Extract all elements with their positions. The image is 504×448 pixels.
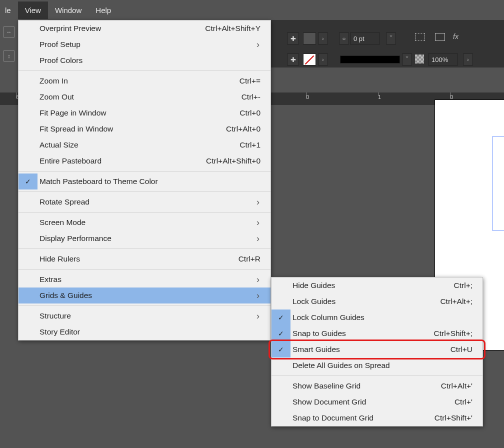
menu-item-proof-setup[interactable]: Proof Setup [18, 36, 270, 52]
selected-frame[interactable] [492, 136, 504, 231]
menu-item-overprint-preview[interactable]: Overprint PreviewCtrl+Alt+Shift+Y [18, 20, 270, 36]
menu-item-show-document-grid[interactable]: Show Document GridCtrl+' [272, 394, 482, 410]
menu-partial[interactable]: le [0, 2, 18, 19]
tool-icon-2[interactable]: ↕ [4, 50, 14, 62]
menu-item-rotate-spread[interactable]: Rotate Spread [18, 194, 270, 210]
menu-item-label: Hide Guides [290, 281, 335, 290]
menu-item-label: Proof Setup [38, 40, 80, 49]
menu-item-hide-rulers[interactable]: Hide RulersCtrl+R [18, 251, 270, 267]
menu-item-show-baseline-grid[interactable]: Show Baseline GridCtrl+Alt+' [272, 378, 482, 394]
menu-item-hide-guides[interactable]: Hide GuidesCtrl+; [272, 278, 482, 294]
ob-icon-a[interactable]: ✚ [287, 32, 299, 44]
check-icon [272, 358, 290, 374]
menu-separator [18, 192, 270, 192]
check-icon [272, 342, 290, 358]
check-icon [18, 121, 38, 137]
menu-item-lock-guides[interactable]: Lock GuidesCtrl+Alt+; [272, 294, 482, 310]
menu-item-shortcut: Ctrl+- [242, 92, 262, 102]
ob-black-chev[interactable] [402, 54, 412, 66]
menu-item-zoom-out[interactable]: Zoom OutCtrl+- [18, 89, 270, 105]
menu-item-shortcut: Ctrl+= [240, 76, 262, 86]
check-icon [18, 272, 38, 288]
menu-item-label: Snap to Guides [290, 329, 346, 338]
menu-item-snap-to-document-grid[interactable]: Snap to Document GridCtrl+Shift+' [272, 410, 482, 426]
menu-item-shortcut: Ctrl+Alt+' [441, 382, 474, 390]
menu-item-shortcut: Ctrl+Alt+; [440, 297, 474, 306]
check-icon [18, 174, 38, 190]
menu-item-structure[interactable]: Structure [18, 308, 270, 324]
check-icon [18, 230, 38, 246]
ob-opacity-icon[interactable] [415, 54, 424, 64]
check-icon [272, 278, 290, 294]
menu-item-fit-spread-in-window[interactable]: Fit Spread in WindowCtrl+Alt+0 [18, 121, 270, 137]
menu-item-label: Display Performance [38, 234, 112, 243]
menu-item-smart-guides[interactable]: Smart GuidesCtrl+U [272, 342, 482, 358]
menu-item-zoom-in[interactable]: Zoom InCtrl+= [18, 73, 270, 89]
tool-sidebar: ↔ ↕ [0, 20, 18, 68]
menu-item-story-editor[interactable]: Story Editor [18, 324, 270, 340]
menu-item-label: Proof Colors [38, 56, 82, 65]
menu-item-shortcut: Ctrl+Alt+0 [226, 124, 262, 134]
check-icon [18, 137, 38, 153]
check-icon [18, 153, 38, 169]
submenu-arrow-icon [254, 274, 262, 285]
menu-item-snap-to-guides[interactable]: Snap to GuidesCtrl+Shift+; [272, 326, 482, 342]
menu-item-label: Rotate Spread [38, 198, 90, 206]
ob-stepper-chev[interactable]: ‹› [339, 32, 349, 44]
menu-item-label: Smart Guides [290, 345, 340, 354]
ob-chev-none[interactable]: › [318, 54, 328, 66]
menu-item-extras[interactable]: Extras [18, 272, 270, 288]
menubar: le View Window Help [0, 0, 504, 20]
ob-crop-icon[interactable] [415, 33, 425, 41]
menu-item-label: Show Baseline Grid [290, 382, 360, 390]
menu-item-screen-mode[interactable]: Screen Mode [18, 214, 270, 230]
ob-frame-icon[interactable] [435, 33, 445, 41]
menu-item-shortcut: Ctrl+1 [240, 140, 262, 150]
menu-item-label: Show Document Grid [290, 398, 366, 406]
submenu-arrow-icon [254, 234, 262, 244]
submenu-arrow-icon [254, 218, 262, 228]
menu-item-shortcut: Ctrl+' [454, 398, 474, 406]
check-icon [18, 288, 38, 304]
menu-item-shortcut: Ctrl+Alt+Shift+0 [206, 156, 262, 166]
menu-item-entire-pasteboard[interactable]: Entire PasteboardCtrl+Alt+Shift+0 [18, 153, 270, 169]
menu-window[interactable]: Window [48, 2, 88, 19]
menu-item-label: Extras [38, 275, 62, 284]
menu-item-fit-page-in-window[interactable]: Fit Page in WindowCtrl+0 [18, 105, 270, 121]
tool-icon-1[interactable]: ↔ [4, 26, 14, 38]
submenu-arrow-icon [254, 290, 262, 301]
ob-pt-field[interactable]: 0 pt [350, 32, 380, 44]
menu-item-match-pasteboard-to-theme-color[interactable]: Match Pasteboard to Theme Color [18, 174, 270, 190]
ob-swatch-none[interactable] [303, 54, 316, 66]
menu-item-label: Structure [38, 312, 71, 320]
ob-fx-icon[interactable]: fx [453, 32, 458, 40]
check-icon [18, 105, 38, 121]
menu-help[interactable]: Help [88, 2, 118, 19]
check-icon [18, 214, 38, 230]
menu-separator [18, 171, 270, 172]
menu-item-label: Actual Size [38, 140, 78, 150]
menu-item-actual-size[interactable]: Actual SizeCtrl+1 [18, 137, 270, 153]
menu-separator [18, 70, 270, 71]
ob-swatch-gray[interactable] [303, 32, 316, 44]
view-menu: Overprint PreviewCtrl+Alt+Shift+YProof S… [18, 20, 271, 340]
menu-item-label: Lock Column Guides [290, 313, 364, 322]
ob-icon-b[interactable]: ✚ [287, 54, 299, 66]
menu-item-delete-all-guides-on-spread[interactable]: Delete All Guides on Spread [272, 358, 482, 374]
menu-item-proof-colors[interactable]: Proof Colors [18, 52, 270, 68]
menu-item-display-performance[interactable]: Display Performance [18, 230, 270, 246]
ob-percent-chev[interactable]: › [463, 54, 473, 66]
ob-pt-chev[interactable] [386, 32, 396, 44]
menu-item-label: Zoom Out [38, 92, 74, 102]
ruler-tick: 0 [450, 94, 453, 100]
check-icon [272, 326, 290, 342]
ob-black-bar[interactable] [340, 56, 400, 64]
menu-item-lock-column-guides[interactable]: Lock Column Guides [272, 310, 482, 326]
ob-percent-field[interactable]: 100% [428, 54, 458, 66]
check-icon [272, 410, 290, 426]
ob-chev-gray[interactable]: › [318, 32, 328, 44]
menu-view[interactable]: View [18, 2, 48, 19]
check-icon [18, 251, 38, 267]
menu-item-grids-guides[interactable]: Grids & Guides [18, 288, 270, 304]
check-icon [18, 20, 38, 36]
